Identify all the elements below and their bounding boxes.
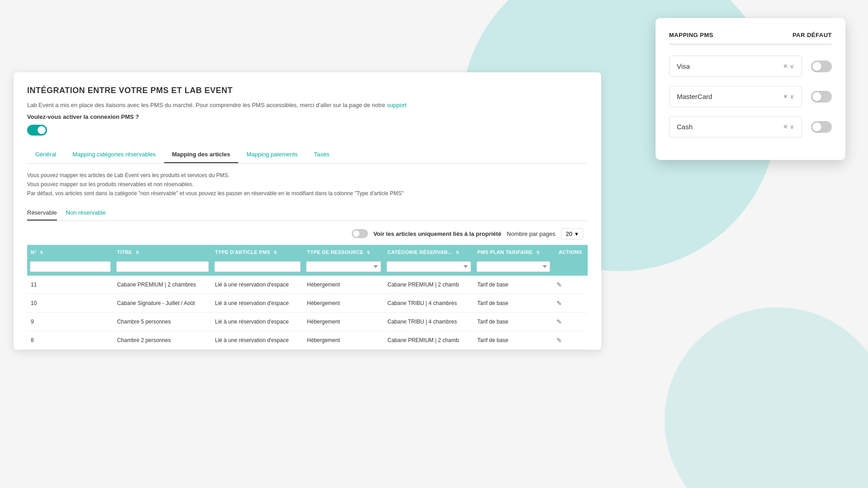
- tab-mapping-categories[interactable]: Mapping catégories réservables: [64, 146, 164, 163]
- cell-n: 9: [27, 312, 113, 331]
- col-actions: ACTIONS: [553, 245, 588, 259]
- tab-mapping-paiements[interactable]: Mapping paiements: [238, 146, 306, 163]
- mapping-description: Vous pouvez mapper les articles de Lab E…: [27, 171, 588, 198]
- edit-icon[interactable]: ✎: [557, 318, 562, 325]
- col-titre: TITRE ⇅: [113, 245, 212, 259]
- filter-categorie-select[interactable]: [387, 261, 471, 272]
- table-body: 11 Cabane PREMIUM | 2 chambres Lié à une…: [27, 276, 588, 350]
- tab-general[interactable]: Général: [27, 146, 64, 163]
- filter-n-input[interactable]: [30, 261, 111, 272]
- cell-actions: ✎: [553, 294, 588, 312]
- col-n: N° ⇅: [27, 245, 113, 259]
- filter-type-ressource-select[interactable]: [306, 261, 381, 272]
- per-page-select[interactable]: 20 ▾: [561, 228, 583, 239]
- sort-icon-titre: ⇅: [136, 250, 139, 255]
- popup-header: MAPPING PMS PAR DÉFAUT: [669, 32, 832, 45]
- edit-icon[interactable]: ✎: [557, 337, 562, 344]
- popup-default-label: PAR DÉFAUT: [793, 32, 832, 38]
- edit-icon[interactable]: ✎: [557, 281, 562, 288]
- cash-select-icons: ✕ ∨: [783, 123, 794, 130]
- cell-actions: ✎: [553, 312, 588, 331]
- cell-pms-plan: Tarif de base: [474, 294, 553, 312]
- main-card: INTÉGRATION ENTRE VOTRE PMS ET LAB EVENT…: [14, 72, 601, 350]
- visa-default-toggle[interactable]: [811, 61, 832, 72]
- tab-mapping-articles[interactable]: Mapping des articles: [164, 146, 239, 163]
- cell-categorie: Cabane PREMIUM | 2 chamb: [384, 276, 474, 294]
- support-link[interactable]: support: [387, 102, 406, 108]
- sort-icon-n: ⇅: [40, 250, 43, 255]
- per-page-value: 20: [566, 230, 572, 237]
- edit-icon[interactable]: ✎: [557, 300, 562, 307]
- popup-row-mastercard: MasterCard ✕ ∨: [669, 86, 832, 107]
- cell-pms-plan: Tarif de base: [474, 312, 553, 331]
- cell-n: 11: [27, 276, 113, 294]
- cell-type-ressource: Hébergement: [303, 294, 384, 312]
- cell-categorie: Cabane TRIBU | 4 chambres: [384, 294, 474, 312]
- mapping-desc-line1: Vous pouvez mapper les articles de Lab E…: [27, 171, 588, 180]
- sub-tabs: Réservable Non réservable: [27, 206, 588, 221]
- description-text: Lab Event a mis en place des liaisons av…: [27, 102, 387, 108]
- sort-icon-ressource: ⇅: [367, 250, 370, 255]
- sort-icon-categorie: ⇅: [456, 250, 459, 255]
- cell-n: 8: [27, 331, 113, 349]
- articles-table-wrapper: N° ⇅ TITRE ⇅ TYPE D'ARTICLE PMS ⇅ TYPE D…: [27, 245, 588, 350]
- per-page-chevron: ▾: [575, 230, 578, 237]
- tab-taxes[interactable]: Taxes: [306, 146, 338, 163]
- cell-type-ressource: Hébergement: [303, 312, 384, 331]
- cell-n: 10: [27, 294, 113, 312]
- cell-type-article: Lié à une réservation d'espace: [212, 294, 304, 312]
- property-filter-toggle[interactable]: [352, 229, 368, 238]
- per-page-label: Nombre par pages: [507, 230, 556, 237]
- cell-titre: Cabane Signature - Juillet / Août: [113, 294, 212, 312]
- popup-row-visa: Visa ✕ ∨: [669, 56, 832, 77]
- cash-default-toggle[interactable]: [811, 121, 832, 133]
- articles-table: N° ⇅ TITRE ⇅ TYPE D'ARTICLE PMS ⇅ TYPE D…: [27, 245, 588, 350]
- cell-titre: Chambre 2 personnes: [113, 331, 212, 349]
- table-row: 10 Cabane Signature - Juillet / Août Lié…: [27, 294, 588, 312]
- sub-tab-non-reservable[interactable]: Non réservable: [66, 206, 106, 221]
- cell-type-article: Lié à une réservation d'espace: [212, 276, 304, 294]
- popup-panel: MAPPING PMS PAR DÉFAUT Visa ✕ ∨ MasterCa…: [656, 18, 845, 160]
- table-row: 11 Cabane PREMIUM | 2 chambres Lié à une…: [27, 276, 588, 294]
- col-type-article: TYPE D'ARTICLE PMS ⇅: [212, 245, 304, 259]
- sort-icon-type: ⇅: [274, 250, 277, 255]
- pms-toggle[interactable]: [27, 125, 47, 136]
- filter-titre-input[interactable]: [116, 261, 209, 272]
- cell-categorie: Cabane PREMIUM | 2 chamb: [384, 331, 474, 349]
- popup-row-cash: Cash ✕ ∨: [669, 116, 832, 137]
- visa-select-icons: ✕ ∨: [783, 63, 794, 70]
- col-type-ressource: TYPE DE RESSOURCE ⇅: [303, 245, 384, 259]
- sub-tab-reservable[interactable]: Réservable: [27, 206, 57, 221]
- visa-select[interactable]: Visa ✕ ∨: [669, 56, 802, 77]
- cell-type-ressource: Hébergement: [303, 331, 384, 349]
- cash-select[interactable]: Cash ✕ ∨: [669, 116, 802, 137]
- filter-pms-plan-select[interactable]: [476, 261, 550, 272]
- cell-pms-plan: Tarif de base: [474, 276, 553, 294]
- cell-pms-plan: Tarif de base: [474, 331, 553, 349]
- mastercard-select-icons: ✕ ∨: [783, 93, 794, 100]
- filter-bar: Voir les articles uniquement liés à la p…: [27, 228, 588, 239]
- cell-actions: ✎: [553, 331, 588, 349]
- mastercard-select-text: MasterCard: [677, 93, 712, 100]
- card-title: INTÉGRATION ENTRE VOTRE PMS ET LAB EVENT: [27, 86, 588, 95]
- card-description: Lab Event a mis en place des liaisons av…: [27, 101, 588, 110]
- table-row: 8 Chambre 2 personnes Lié à une réservat…: [27, 331, 588, 349]
- popup-mapping-label: MAPPING PMS: [669, 32, 713, 38]
- cell-titre: Chambre 5 personnes: [113, 312, 212, 331]
- col-categorie: CATÉGORIE RÉSERVAB... ⇅: [384, 245, 474, 259]
- visa-select-text: Visa: [677, 62, 690, 70]
- mapping-desc-line2: Vous pouvez mapper sur les produits rése…: [27, 180, 588, 189]
- cell-type-article: Lié à une réservation d'espace: [212, 312, 304, 331]
- cell-titre: Cabane PREMIUM | 2 chambres: [113, 276, 212, 294]
- mastercard-select[interactable]: MasterCard ✕ ∨: [669, 86, 802, 107]
- tabs: Général Mapping catégories réservables M…: [27, 146, 588, 164]
- mastercard-default-toggle[interactable]: [811, 91, 832, 103]
- mapping-desc-line3: Par défaut, vos articles sont dans la ca…: [27, 189, 588, 198]
- col-pms-plan: PMS PLAN TARIFAIRE ⇅: [474, 245, 553, 259]
- property-filter-label: Voir les articles uniquement liés à la p…: [373, 230, 501, 237]
- card-question: Voulez-vous activer la connexion PMS ?: [27, 113, 588, 120]
- cell-type-ressource: Hébergement: [303, 276, 384, 294]
- filter-type-article-input[interactable]: [214, 261, 301, 272]
- sort-icon-plan: ⇅: [536, 250, 540, 255]
- cash-select-text: Cash: [677, 123, 693, 131]
